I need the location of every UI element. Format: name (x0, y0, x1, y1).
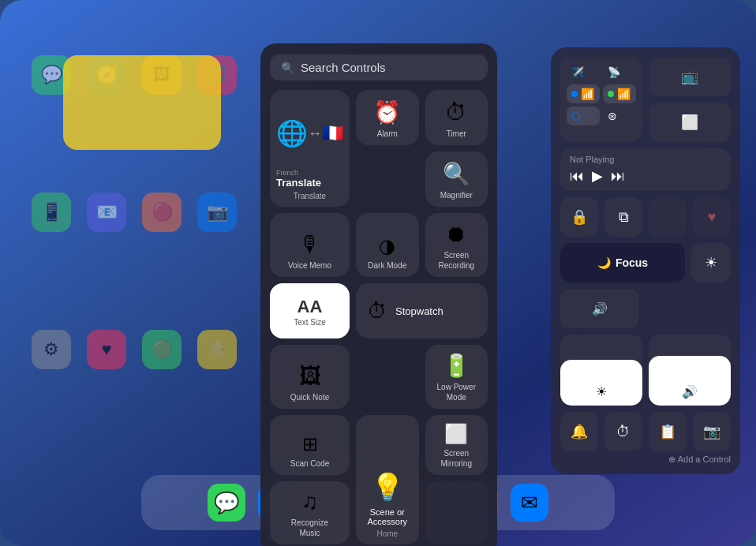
scan-code-icon: ⊞ (302, 433, 318, 455)
bluetooth-btn[interactable]: ⬡ (567, 107, 600, 125)
sun-brightness-btn[interactable]: ☀ (691, 243, 731, 282)
volume2-icon: 🔊 (682, 384, 698, 399)
focus-btn[interactable]: 🌙 Focus (560, 243, 685, 282)
magnifier-control[interactable]: 🔍 Magnifier (425, 151, 488, 207)
add-control-label: ⊕ Add a Control (560, 454, 731, 465)
media-play-btn[interactable]: ▶ (592, 167, 603, 185)
heart-btn: ♥ (693, 197, 731, 237)
magnifier-label: Magnifier (440, 190, 473, 200)
airdrop-btn[interactable]: 📡 (603, 63, 636, 81)
translate-flag: 🇫🇷 (322, 123, 343, 144)
screen-recording-control[interactable]: ⏺ ScreenRecording (425, 213, 488, 277)
moon-icon: 🌙 (597, 256, 611, 269)
recognize-music-control[interactable]: ♫ RecognizeMusic (270, 481, 350, 544)
not-playing-label: Not Playing (570, 155, 721, 164)
screen-mirror-control-icon: ⬜ (444, 423, 468, 445)
stopwatch-icon: ⏱ (367, 299, 387, 323)
screen-mirror-btn[interactable]: ⧉ (604, 197, 642, 237)
controls-grid: 🌐 ↔ 🇫🇷 French Translate Translate ⏰ Alar… (270, 90, 488, 544)
timer-label: Timer (447, 129, 466, 139)
scene-accessory-control[interactable]: 💡 Scene or Accessory Home (356, 415, 419, 544)
airplane-mode-btn[interactable]: ✈️ (567, 63, 600, 81)
camera-icon: 📷 (703, 423, 720, 440)
control-center-panel: ✈️ 📡 📶 📶 ⬡ ⊛ (551, 47, 740, 474)
media-next-btn[interactable]: ⏭ (611, 168, 625, 185)
recognize-music-label: RecognizeMusic (291, 518, 328, 538)
dock-mail[interactable]: ✉ (511, 484, 548, 522)
low-power-label: Low PowerMode (437, 382, 476, 402)
voice-memo-control[interactable]: 🎙 Voice Memo (270, 213, 350, 277)
volume-speaker-btn[interactable]: 🔊 (560, 289, 639, 328)
shazam-icon: ♫ (301, 489, 318, 514)
low-power-icon: 🔋 (443, 353, 470, 379)
search-bar-text: Search Controls (301, 61, 477, 74)
search-controls-panel: 🔍 Search Controls 🌐 ↔ 🇫🇷 French Translat… (260, 43, 497, 546)
dock-messages[interactable]: 💬 (208, 484, 245, 522)
brightness-slider[interactable]: ☀ (560, 335, 642, 406)
screen-lock-btn[interactable]: 🔒 (560, 197, 598, 237)
cellular-dot (608, 91, 614, 97)
search-icon: 🔍 (281, 62, 294, 74)
text-size-icon: AA (298, 297, 323, 317)
scan-code-control[interactable]: ⊞ Scan Code (270, 415, 350, 475)
yellow-widget (63, 55, 221, 150)
text-size-control[interactable]: AA Text Size (270, 283, 350, 338)
media-prev-btn[interactable]: ⏮ (570, 168, 584, 185)
search-bar[interactable]: 🔍 Search Controls (270, 54, 488, 80)
cellular-btn[interactable]: 📶 (603, 84, 636, 103)
network-tile: ✈️ 📡 📶 📶 ⬡ ⊛ (560, 57, 642, 142)
cellular-icon: 📶 (617, 88, 631, 100)
hotspot-icon: ⊛ (608, 110, 617, 122)
low-power-control[interactable]: 🔋 Low PowerMode (425, 345, 488, 409)
screenmirror-top-btn[interactable]: ⬜ (649, 103, 731, 142)
dark-mode-control[interactable]: ◑ Dark Mode (356, 213, 419, 277)
screen-record-icon: ⏺ (445, 221, 467, 247)
airdrop-icon: 📡 (608, 66, 620, 78)
alarm-icon: ⏰ (373, 99, 401, 125)
wifi-btn[interactable]: 📶 (567, 84, 600, 103)
brightness-icon: ☀ (596, 384, 607, 399)
screen-record-label: ScreenRecording (438, 250, 474, 271)
dark-mode-label: Dark Mode (368, 260, 406, 271)
alarm-cc-btn[interactable]: 🔔 (560, 412, 598, 451)
screen-mirroring-control[interactable]: ⬜ ScreenMirroring (425, 415, 488, 475)
alarm-control[interactable]: ⏰ Alarm (356, 90, 419, 145)
translate-main-label: Translate (276, 177, 343, 189)
arrow-icon: ↔ (308, 125, 322, 142)
lock-icon: 🔒 (571, 208, 588, 226)
scene-label: Scene or Accessory (362, 507, 413, 526)
translate-sublabel: French (276, 169, 343, 177)
hotspot-btn[interactable]: ⊛ (603, 107, 636, 125)
airplay-btn[interactable]: 📺 (649, 57, 731, 96)
bell-icon: 🔔 (571, 423, 588, 440)
volume-icon: 🔊 (592, 301, 608, 316)
stopwatch-label: Stopwatch (395, 305, 443, 317)
airplane-icon: ✈️ (571, 66, 584, 78)
quick-note-icon: 🖼 (299, 363, 321, 389)
stopwatch-control[interactable]: ⏱ Stopwatch (356, 283, 488, 338)
dark-mode-icon: ◑ (379, 235, 395, 257)
blank-btn (649, 197, 687, 237)
timer-control-icon: ⏱ (445, 99, 467, 125)
timer-cc-btn[interactable]: ⏱ (604, 412, 642, 451)
screen-mirror-label: ScreenMirroring (441, 448, 472, 469)
scan-code-label: Scan Code (290, 458, 329, 469)
translate-name-area: French Translate (276, 169, 343, 189)
volume-slider[interactable]: 🔊 (649, 335, 731, 406)
scene-sublabel: Home (376, 529, 398, 538)
mirror2-icon: ⧉ (619, 209, 629, 226)
translate-icon: 🌐 (276, 118, 308, 148)
translate-icon-area: 🌐 ↔ 🇫🇷 (276, 98, 343, 169)
wifi-dot (571, 91, 578, 97)
quick-note-control[interactable]: 🖼 Quick Note (270, 345, 350, 409)
camera-cc-btn[interactable]: 📷 (693, 412, 731, 451)
translate-footer-label: Translate (276, 192, 343, 200)
magnifier-icon: 🔍 (443, 161, 470, 187)
notes-cc-btn[interactable]: 📋 (649, 412, 687, 451)
voice-memo-icon: 🎙 (299, 231, 321, 257)
focus-label: Focus (616, 256, 648, 269)
scene-bulb-icon: 💡 (371, 471, 404, 503)
translate-control[interactable]: 🌐 ↔ 🇫🇷 French Translate Translate (270, 90, 350, 207)
empty-slot (425, 481, 488, 544)
timer-control[interactable]: ⏱ Timer (425, 90, 488, 145)
